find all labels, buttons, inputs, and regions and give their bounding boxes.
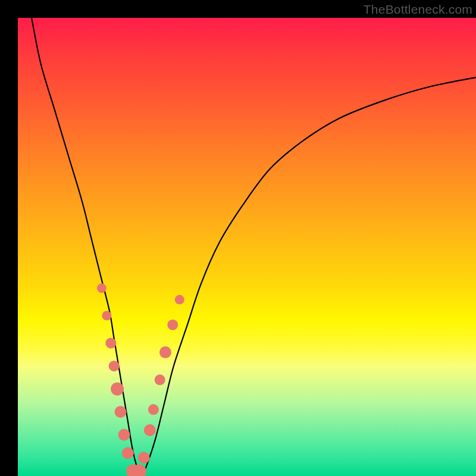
markers-group [97, 283, 184, 476]
marker-point [102, 311, 111, 321]
watermark-text: TheBottleneck.com [364, 2, 472, 17]
bottleneck-curve [32, 18, 476, 476]
marker-point [148, 404, 159, 415]
marker-point [155, 374, 165, 385]
marker-point [122, 447, 134, 459]
marker-point [175, 295, 184, 305]
marker-point [109, 361, 120, 371]
marker-point [111, 383, 124, 396]
marker-point [105, 338, 116, 349]
marker-point [159, 346, 171, 358]
marker-point [97, 283, 107, 293]
marker-point [138, 452, 150, 464]
marker-point [167, 320, 178, 330]
marker-point [114, 406, 126, 418]
marker-point [118, 429, 130, 441]
chart-frame: TheBottleneck.com [0, 0, 476, 476]
marker-point [144, 424, 156, 436]
curve-svg [18, 18, 476, 476]
plot-area [18, 18, 476, 476]
